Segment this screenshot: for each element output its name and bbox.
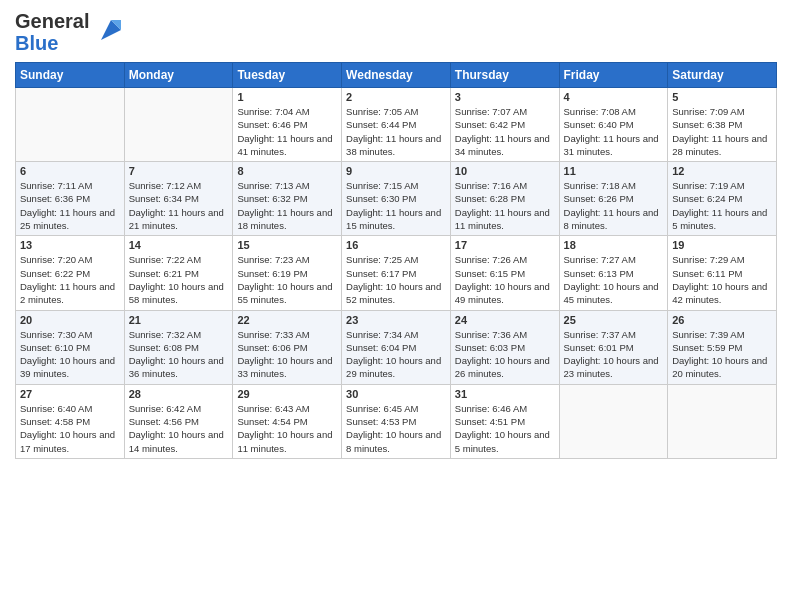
- logo-general: General: [15, 10, 89, 32]
- day-info: Sunrise: 7:05 AM Sunset: 6:44 PM Dayligh…: [346, 105, 446, 158]
- day-info: Sunrise: 6:43 AM Sunset: 4:54 PM Dayligh…: [237, 402, 337, 455]
- day-info: Sunrise: 6:42 AM Sunset: 4:56 PM Dayligh…: [129, 402, 229, 455]
- day-info: Sunrise: 7:30 AM Sunset: 6:10 PM Dayligh…: [20, 328, 120, 381]
- calendar-cell: 6Sunrise: 7:11 AM Sunset: 6:36 PM Daylig…: [16, 162, 125, 236]
- day-number: 29: [237, 388, 337, 400]
- calendar-cell: 15Sunrise: 7:23 AM Sunset: 6:19 PM Dayli…: [233, 236, 342, 310]
- day-info: Sunrise: 7:27 AM Sunset: 6:13 PM Dayligh…: [564, 253, 664, 306]
- day-number: 28: [129, 388, 229, 400]
- weekday-header: Wednesday: [342, 63, 451, 88]
- day-info: Sunrise: 7:13 AM Sunset: 6:32 PM Dayligh…: [237, 179, 337, 232]
- calendar-week-row: 20Sunrise: 7:30 AM Sunset: 6:10 PM Dayli…: [16, 310, 777, 384]
- calendar-week-row: 27Sunrise: 6:40 AM Sunset: 4:58 PM Dayli…: [16, 384, 777, 458]
- calendar-cell: 27Sunrise: 6:40 AM Sunset: 4:58 PM Dayli…: [16, 384, 125, 458]
- calendar-cell: 20Sunrise: 7:30 AM Sunset: 6:10 PM Dayli…: [16, 310, 125, 384]
- logo-area: General Blue: [15, 10, 125, 54]
- calendar-cell: 23Sunrise: 7:34 AM Sunset: 6:04 PM Dayli…: [342, 310, 451, 384]
- day-number: 24: [455, 314, 555, 326]
- day-number: 30: [346, 388, 446, 400]
- calendar-cell: 24Sunrise: 7:36 AM Sunset: 6:03 PM Dayli…: [450, 310, 559, 384]
- weekday-header: Tuesday: [233, 63, 342, 88]
- logo-blue: Blue: [15, 32, 58, 54]
- weekday-header: Saturday: [668, 63, 777, 88]
- weekday-header: Friday: [559, 63, 668, 88]
- day-info: Sunrise: 7:33 AM Sunset: 6:06 PM Dayligh…: [237, 328, 337, 381]
- calendar-cell: 22Sunrise: 7:33 AM Sunset: 6:06 PM Dayli…: [233, 310, 342, 384]
- day-number: 19: [672, 239, 772, 251]
- day-info: Sunrise: 7:26 AM Sunset: 6:15 PM Dayligh…: [455, 253, 555, 306]
- calendar-cell: 29Sunrise: 6:43 AM Sunset: 4:54 PM Dayli…: [233, 384, 342, 458]
- weekday-header: Sunday: [16, 63, 125, 88]
- day-info: Sunrise: 6:45 AM Sunset: 4:53 PM Dayligh…: [346, 402, 446, 455]
- day-info: Sunrise: 7:15 AM Sunset: 6:30 PM Dayligh…: [346, 179, 446, 232]
- calendar-cell: 26Sunrise: 7:39 AM Sunset: 5:59 PM Dayli…: [668, 310, 777, 384]
- day-number: 8: [237, 165, 337, 177]
- day-info: Sunrise: 7:19 AM Sunset: 6:24 PM Dayligh…: [672, 179, 772, 232]
- day-info: Sunrise: 7:07 AM Sunset: 6:42 PM Dayligh…: [455, 105, 555, 158]
- header: General Blue: [15, 10, 777, 54]
- day-number: 7: [129, 165, 229, 177]
- logo-text: General Blue: [15, 10, 89, 54]
- day-number: 22: [237, 314, 337, 326]
- day-info: Sunrise: 7:11 AM Sunset: 6:36 PM Dayligh…: [20, 179, 120, 232]
- calendar-cell: 2Sunrise: 7:05 AM Sunset: 6:44 PM Daylig…: [342, 88, 451, 162]
- calendar-cell: 18Sunrise: 7:27 AM Sunset: 6:13 PM Dayli…: [559, 236, 668, 310]
- day-number: 18: [564, 239, 664, 251]
- day-info: Sunrise: 7:39 AM Sunset: 5:59 PM Dayligh…: [672, 328, 772, 381]
- calendar-cell: 13Sunrise: 7:20 AM Sunset: 6:22 PM Dayli…: [16, 236, 125, 310]
- page: General Blue SundayMondayTuesdayWednesda…: [0, 0, 792, 612]
- calendar-cell: 31Sunrise: 6:46 AM Sunset: 4:51 PM Dayli…: [450, 384, 559, 458]
- day-info: Sunrise: 7:04 AM Sunset: 6:46 PM Dayligh…: [237, 105, 337, 158]
- calendar-header-row: SundayMondayTuesdayWednesdayThursdayFrid…: [16, 63, 777, 88]
- logo-icon: [93, 12, 125, 44]
- day-info: Sunrise: 7:22 AM Sunset: 6:21 PM Dayligh…: [129, 253, 229, 306]
- day-number: 10: [455, 165, 555, 177]
- day-info: Sunrise: 7:34 AM Sunset: 6:04 PM Dayligh…: [346, 328, 446, 381]
- day-info: Sunrise: 7:25 AM Sunset: 6:17 PM Dayligh…: [346, 253, 446, 306]
- calendar-cell: 11Sunrise: 7:18 AM Sunset: 6:26 PM Dayli…: [559, 162, 668, 236]
- day-number: 15: [237, 239, 337, 251]
- calendar-table: SundayMondayTuesdayWednesdayThursdayFrid…: [15, 62, 777, 459]
- calendar-cell: 12Sunrise: 7:19 AM Sunset: 6:24 PM Dayli…: [668, 162, 777, 236]
- calendar-week-row: 6Sunrise: 7:11 AM Sunset: 6:36 PM Daylig…: [16, 162, 777, 236]
- day-info: Sunrise: 7:32 AM Sunset: 6:08 PM Dayligh…: [129, 328, 229, 381]
- calendar-cell: [124, 88, 233, 162]
- day-info: Sunrise: 7:20 AM Sunset: 6:22 PM Dayligh…: [20, 253, 120, 306]
- calendar-cell: 30Sunrise: 6:45 AM Sunset: 4:53 PM Dayli…: [342, 384, 451, 458]
- day-info: Sunrise: 7:09 AM Sunset: 6:38 PM Dayligh…: [672, 105, 772, 158]
- day-info: Sunrise: 7:37 AM Sunset: 6:01 PM Dayligh…: [564, 328, 664, 381]
- day-number: 25: [564, 314, 664, 326]
- calendar-cell: 14Sunrise: 7:22 AM Sunset: 6:21 PM Dayli…: [124, 236, 233, 310]
- calendar-cell: 25Sunrise: 7:37 AM Sunset: 6:01 PM Dayli…: [559, 310, 668, 384]
- weekday-header: Monday: [124, 63, 233, 88]
- calendar-week-row: 13Sunrise: 7:20 AM Sunset: 6:22 PM Dayli…: [16, 236, 777, 310]
- day-number: 17: [455, 239, 555, 251]
- calendar-cell: [16, 88, 125, 162]
- day-info: Sunrise: 7:23 AM Sunset: 6:19 PM Dayligh…: [237, 253, 337, 306]
- calendar-cell: 19Sunrise: 7:29 AM Sunset: 6:11 PM Dayli…: [668, 236, 777, 310]
- day-number: 3: [455, 91, 555, 103]
- day-info: Sunrise: 7:18 AM Sunset: 6:26 PM Dayligh…: [564, 179, 664, 232]
- calendar-cell: [559, 384, 668, 458]
- day-number: 4: [564, 91, 664, 103]
- calendar-cell: 10Sunrise: 7:16 AM Sunset: 6:28 PM Dayli…: [450, 162, 559, 236]
- day-info: Sunrise: 7:29 AM Sunset: 6:11 PM Dayligh…: [672, 253, 772, 306]
- day-number: 13: [20, 239, 120, 251]
- day-info: Sunrise: 7:12 AM Sunset: 6:34 PM Dayligh…: [129, 179, 229, 232]
- calendar-cell: 5Sunrise: 7:09 AM Sunset: 6:38 PM Daylig…: [668, 88, 777, 162]
- day-info: Sunrise: 6:46 AM Sunset: 4:51 PM Dayligh…: [455, 402, 555, 455]
- calendar-week-row: 1Sunrise: 7:04 AM Sunset: 6:46 PM Daylig…: [16, 88, 777, 162]
- day-number: 27: [20, 388, 120, 400]
- day-number: 26: [672, 314, 772, 326]
- day-info: Sunrise: 7:16 AM Sunset: 6:28 PM Dayligh…: [455, 179, 555, 232]
- calendar-cell: 9Sunrise: 7:15 AM Sunset: 6:30 PM Daylig…: [342, 162, 451, 236]
- calendar-cell: 7Sunrise: 7:12 AM Sunset: 6:34 PM Daylig…: [124, 162, 233, 236]
- day-number: 9: [346, 165, 446, 177]
- calendar-cell: 16Sunrise: 7:25 AM Sunset: 6:17 PM Dayli…: [342, 236, 451, 310]
- calendar-cell: 1Sunrise: 7:04 AM Sunset: 6:46 PM Daylig…: [233, 88, 342, 162]
- logo: General Blue: [15, 10, 125, 54]
- day-number: 14: [129, 239, 229, 251]
- day-number: 6: [20, 165, 120, 177]
- day-number: 1: [237, 91, 337, 103]
- calendar-cell: 3Sunrise: 7:07 AM Sunset: 6:42 PM Daylig…: [450, 88, 559, 162]
